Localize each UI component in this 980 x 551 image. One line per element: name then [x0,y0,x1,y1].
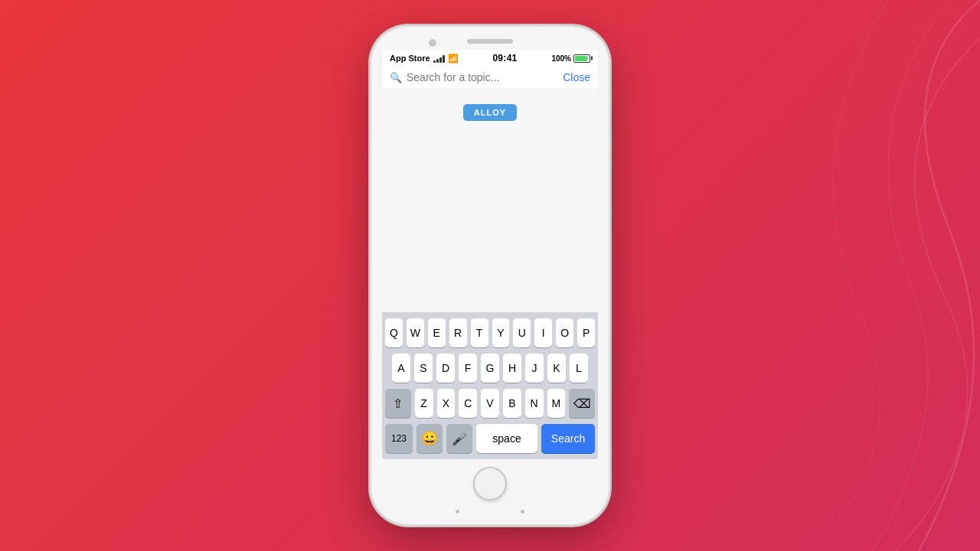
key-g[interactable]: G [481,354,499,383]
keyboard-row-2: A S D F G H J K L [385,354,595,383]
wifi-icon: 📶 [448,54,459,64]
key-b[interactable]: B [503,389,521,418]
key-t[interactable]: T [471,318,488,347]
key-c[interactable]: C [459,389,477,418]
alloy-tag-chip[interactable]: ALLOY [463,104,517,121]
key-i[interactable]: I [534,318,552,347]
status-right: 100% [551,54,590,63]
key-l[interactable]: L [570,354,588,383]
keyboard-row-4: 123 😀 🎤 space Search [385,424,595,453]
key-q[interactable]: Q [385,318,403,347]
close-button[interactable]: Close [563,71,590,83]
key-p[interactable]: P [577,318,595,347]
speaker-hole-right [521,510,524,514]
key-y[interactable]: Y [492,318,510,347]
key-d[interactable]: D [436,354,455,383]
key-r[interactable]: R [449,318,467,347]
space-key[interactable]: space [476,424,537,453]
battery-fill [575,56,587,61]
key-h[interactable]: H [503,354,521,383]
keyboard-row-1: Q W E R T Y U I O P [385,318,595,347]
key-x[interactable]: X [437,389,456,418]
clock-label: 09:41 [492,53,517,64]
search-input[interactable] [407,71,558,83]
key-o[interactable]: O [556,318,573,347]
phone-screen: App Store 📶 09:41 100% 🔍 Close ALLOY [382,50,598,459]
home-button[interactable] [473,467,507,500]
key-n[interactable]: N [525,389,544,418]
key-m[interactable]: M [547,389,566,418]
key-k[interactable]: K [547,354,566,383]
delete-key[interactable]: ⌫ [569,389,595,418]
key-v[interactable]: V [481,389,499,418]
phone-top-bar [371,27,609,50]
search-icon: 🔍 [390,72,402,83]
numbers-key[interactable]: 123 [385,424,413,453]
signal-bars-icon [433,54,445,63]
phone-bottom [456,510,524,514]
key-z[interactable]: Z [415,389,433,418]
content-area: ALLOY [382,89,598,312]
carrier-label: App Store [390,54,430,63]
battery-percent: 100% [551,54,571,63]
key-s[interactable]: S [414,354,433,383]
key-f[interactable]: F [459,354,477,383]
key-j[interactable]: J [525,354,544,383]
shift-key[interactable]: ⇧ [385,389,411,418]
key-u[interactable]: U [513,318,531,347]
mic-key[interactable]: 🎤 [446,424,472,453]
status-bar: App Store 📶 09:41 100% [382,50,598,67]
status-left: App Store 📶 [390,54,459,64]
key-a[interactable]: A [392,354,410,383]
phone-shell: App Store 📶 09:41 100% 🔍 Close ALLOY [371,27,609,524]
search-key[interactable]: Search [541,424,595,453]
phone-speaker [467,39,513,44]
keyboard-row-3: ⇧ Z X C V B N M ⌫ [385,389,595,418]
battery-icon [573,54,590,63]
speaker-hole-left [456,510,459,514]
key-e[interactable]: E [428,318,446,347]
search-bar: 🔍 Close [382,67,598,89]
arc-decoration [735,0,980,551]
emoji-key[interactable]: 😀 [416,424,443,453]
key-w[interactable]: W [407,318,424,347]
keyboard: Q W E R T Y U I O P A S D F G H J K [382,312,598,459]
